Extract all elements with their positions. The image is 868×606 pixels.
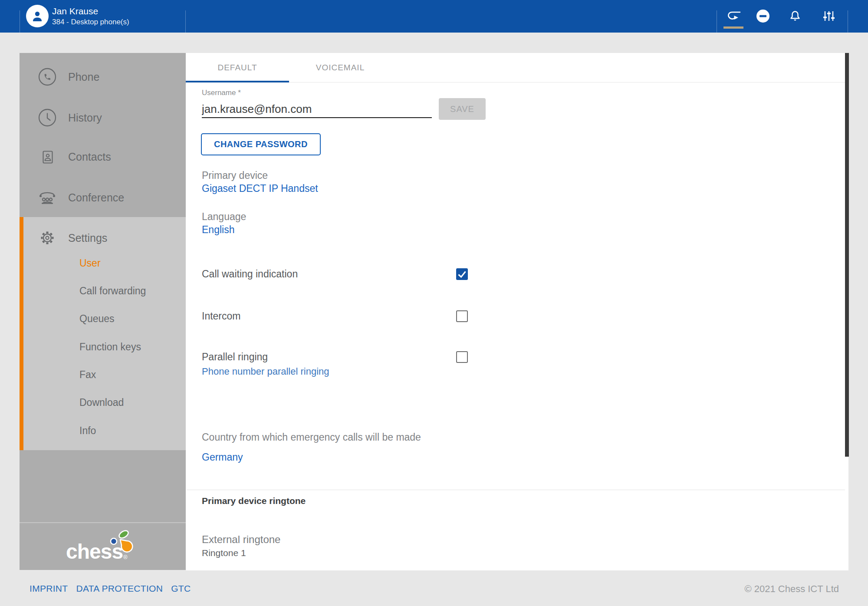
footer-links: IMPRINT DATA PROTECTION GTC — [30, 583, 191, 594]
active-tab-underline — [186, 81, 289, 82]
conference-icon — [37, 188, 57, 207]
checkmark-icon — [456, 268, 468, 280]
save-button[interactable]: SAVE — [439, 98, 486, 120]
sidebar-subitem-queues[interactable]: Queues — [79, 310, 181, 327]
sidebar-item-label: Contacts — [68, 151, 111, 163]
subitem-label: Function keys — [79, 341, 141, 353]
sidebar-item-settings[interactable]: Settings — [20, 225, 186, 251]
sidebar-subitem-fax[interactable]: Fax — [79, 366, 181, 383]
emergency-country-value[interactable]: Germany — [202, 451, 243, 463]
ringtone-section-title: Primary device ringtone — [202, 496, 306, 506]
intercom-checkbox[interactable] — [456, 310, 468, 322]
sidebar-subitem-function-keys[interactable]: Function keys — [79, 338, 181, 356]
section-divider — [187, 490, 845, 490]
subitem-label: Info — [79, 425, 96, 437]
sidebar-item-label: Settings — [68, 232, 107, 244]
subitem-label: User — [79, 257, 101, 269]
sidebar-item-phone[interactable]: Phone — [20, 64, 186, 90]
header-divider — [717, 10, 717, 33]
subitem-label: Fax — [79, 369, 96, 381]
primary-device-label: Primary device — [202, 170, 268, 181]
app-screen: Jan Krause 384 - Desktop phone(s) — [0, 0, 868, 606]
sidebar-settings-section — [20, 217, 186, 450]
vertical-scrollbar[interactable] — [845, 53, 849, 457]
tab-default[interactable]: DEFAULT — [186, 53, 289, 82]
tab-label: DEFAULT — [217, 63, 257, 72]
header-divider — [848, 10, 848, 33]
content-panel — [186, 53, 848, 570]
sidebar-subitem-call-forwarding[interactable]: Call forwarding — [79, 282, 181, 300]
intercom-label: Intercom — [202, 310, 240, 322]
primary-device-value[interactable]: Gigaset DECT IP Handset — [202, 183, 318, 194]
tab-voicemail[interactable]: VOICEMAIL — [289, 53, 391, 82]
contacts-icon — [37, 148, 57, 166]
active-icon-underline — [723, 26, 743, 29]
subitem-label: Call forwarding — [79, 285, 146, 297]
language-label: Language — [202, 211, 246, 223]
header-divider — [20, 10, 20, 33]
data-protection-link[interactable]: DATA PROTECTION — [76, 583, 163, 594]
sidebar-active-indicator — [20, 217, 23, 450]
do-not-disturb-icon[interactable] — [756, 9, 770, 23]
external-ringtone-label: External ringtone — [202, 534, 280, 546]
call-redirect-icon[interactable] — [726, 10, 741, 23]
sidebar-item-label: Phone — [68, 71, 99, 83]
top-header-bar: Jan Krause 384 - Desktop phone(s) — [0, 0, 868, 33]
parallel-ringing-checkbox[interactable] — [456, 351, 468, 363]
imprint-link[interactable]: IMPRINT — [30, 583, 68, 594]
sidebar-lower — [20, 450, 186, 522]
user-device: 384 - Desktop phone(s) — [52, 18, 129, 26]
copyright: © 2021 Chess ICT Ltd — [744, 583, 839, 595]
tab-label: VOICEMAIL — [316, 63, 365, 72]
sidebar-item-contacts[interactable]: Contacts — [20, 144, 186, 170]
parallel-ringing-link[interactable]: Phone number parallel ringing — [202, 366, 329, 377]
phone-icon — [37, 68, 57, 86]
header-divider — [185, 10, 186, 33]
external-ringtone-value[interactable]: Ringtone 1 — [202, 548, 246, 558]
sidebar-item-label: History — [68, 112, 102, 124]
emergency-country-label: Country from which emergency calls will … — [202, 431, 421, 443]
subitem-label: Queues — [79, 313, 115, 325]
username-label: Username * — [202, 89, 241, 97]
call-waiting-checkbox[interactable] — [456, 268, 468, 280]
sidebar-item-conference[interactable]: Conference — [20, 184, 186, 211]
notifications-icon[interactable] — [789, 10, 801, 22]
language-value[interactable]: English — [202, 224, 234, 236]
settings-gear-icon — [37, 229, 57, 247]
user-name: Jan Krause — [52, 6, 98, 16]
chess-logo-molecule-icon — [109, 530, 137, 559]
gtc-link[interactable]: GTC — [171, 583, 191, 594]
history-icon — [37, 109, 57, 127]
username-input[interactable] — [202, 101, 432, 118]
sidebar-subitem-user[interactable]: User — [79, 254, 181, 272]
sidebar-subitem-download[interactable]: Download — [79, 394, 181, 411]
user-icon — [30, 9, 44, 23]
parallel-ringing-label: Parallel ringing — [202, 351, 268, 363]
subitem-label: Download — [79, 397, 124, 408]
equalizer-icon[interactable] — [822, 10, 835, 23]
sidebar-item-history[interactable]: History — [20, 105, 186, 131]
change-password-button[interactable]: CHANGE PASSWORD — [201, 133, 321, 155]
call-waiting-label: Call waiting indication — [202, 268, 298, 280]
sidebar-subitem-info[interactable]: Info — [79, 422, 181, 439]
avatar[interactable] — [26, 5, 49, 27]
sidebar-item-label: Conference — [68, 191, 124, 204]
